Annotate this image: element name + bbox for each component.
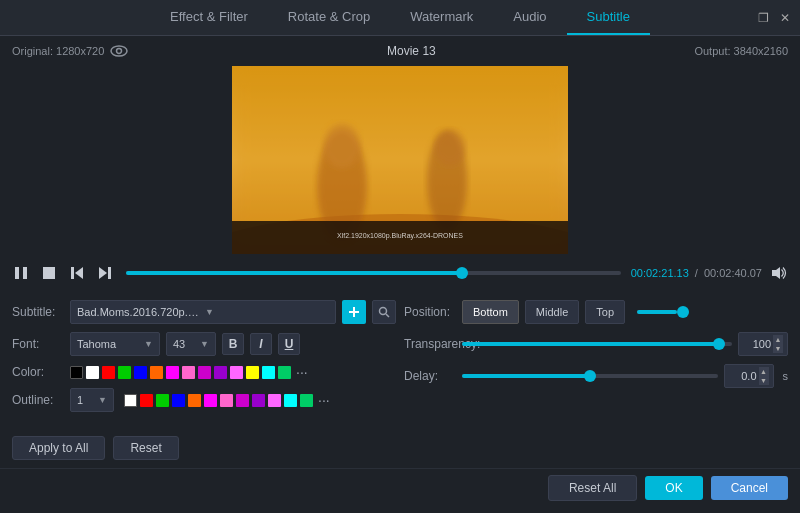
- reset-all-button[interactable]: Reset All: [548, 475, 637, 501]
- outline-swatch-blue[interactable]: [172, 394, 185, 407]
- transparency-label: Transparency:: [404, 337, 456, 351]
- delay-slider[interactable]: [462, 374, 718, 378]
- prev-button[interactable]: [66, 262, 88, 284]
- tab-effect-filter[interactable]: Effect & Filter: [150, 0, 268, 35]
- color-swatches: ···: [70, 364, 308, 380]
- close-button[interactable]: ✕: [778, 11, 792, 25]
- color-swatch-teal[interactable]: [278, 366, 291, 379]
- restore-button[interactable]: ❐: [756, 11, 770, 25]
- outline-swatch-lightpink[interactable]: [268, 394, 281, 407]
- add-subtitle-button[interactable]: [342, 300, 366, 324]
- italic-button[interactable]: I: [250, 333, 272, 355]
- svg-point-0: [111, 46, 127, 56]
- svg-marker-19: [772, 267, 780, 279]
- total-time: 00:02:40.07: [704, 267, 762, 279]
- color-swatch-white[interactable]: [86, 366, 99, 379]
- outline-dropdown[interactable]: 1 ▼: [70, 388, 114, 412]
- color-swatch-magenta[interactable]: [166, 366, 179, 379]
- color-swatch-pink[interactable]: [182, 366, 195, 379]
- tab-subtitle[interactable]: Subtitle: [567, 0, 650, 35]
- svg-point-22: [380, 308, 387, 315]
- color-swatch-orange[interactable]: [150, 366, 163, 379]
- video-row: Xlf2.1920x1080p.BluRay.x264-DRONES: [0, 66, 800, 254]
- video-player[interactable]: Xlf2.1920x1080p.BluRay.x264-DRONES: [232, 66, 568, 254]
- outline-swatch-darkpurple[interactable]: [252, 394, 265, 407]
- svg-marker-15: [75, 267, 83, 279]
- transparency-slider[interactable]: [462, 342, 732, 346]
- outline-swatch-green[interactable]: [156, 394, 169, 407]
- position-buttons: Bottom Middle Top: [462, 300, 677, 324]
- delay-label: Delay:: [404, 369, 456, 383]
- outline-swatch-red[interactable]: [140, 394, 153, 407]
- transparency-value-box: ▲ ▼: [738, 332, 788, 356]
- transparency-down-button[interactable]: ▼: [773, 344, 783, 353]
- color-swatch-yellow[interactable]: [246, 366, 259, 379]
- outline-swatch-white[interactable]: [124, 394, 137, 407]
- svg-rect-18: [108, 267, 111, 279]
- volume-button[interactable]: [768, 262, 790, 284]
- apply-to-all-button[interactable]: Apply to All: [12, 436, 105, 460]
- color-swatch-green[interactable]: [118, 366, 131, 379]
- outline-swatch-magenta[interactable]: [204, 394, 217, 407]
- outline-swatch-pink[interactable]: [220, 394, 233, 407]
- stop-button[interactable]: [38, 262, 60, 284]
- position-bottom-button[interactable]: Bottom: [462, 300, 519, 324]
- delay-down-button[interactable]: ▼: [759, 376, 769, 385]
- underline-button[interactable]: U: [278, 333, 300, 355]
- size-dropdown[interactable]: 43 ▼: [166, 332, 216, 356]
- position-row: Position: Bottom Middle Top: [404, 300, 788, 324]
- delay-up-button[interactable]: ▲: [759, 367, 769, 376]
- more-outline-colors-button[interactable]: ···: [318, 392, 330, 408]
- outline-swatch-cyan[interactable]: [284, 394, 297, 407]
- color-swatch-black[interactable]: [70, 366, 83, 379]
- cancel-button[interactable]: Cancel: [711, 476, 788, 500]
- timeline-track[interactable]: [126, 271, 621, 275]
- position-slider[interactable]: [637, 310, 677, 314]
- position-middle-button[interactable]: Middle: [525, 300, 579, 324]
- transparency-input[interactable]: [743, 338, 771, 350]
- info-bar: Original: 1280x720 Movie 13 Output: 3840…: [0, 36, 800, 66]
- color-label: Color:: [12, 365, 64, 379]
- svg-point-1: [117, 49, 122, 54]
- bottom-action-bar: Apply to All Reset: [0, 428, 800, 468]
- outline-swatch-orange[interactable]: [188, 394, 201, 407]
- position-top-button[interactable]: Top: [585, 300, 625, 324]
- dropdown-chevron: ▼: [205, 307, 329, 317]
- delay-input[interactable]: [729, 370, 757, 382]
- reset-button[interactable]: Reset: [113, 436, 178, 460]
- color-swatch-lightpink[interactable]: [230, 366, 243, 379]
- outline-swatch-teal[interactable]: [300, 394, 313, 407]
- svg-marker-17: [99, 267, 107, 279]
- controls-panel: Subtitle: Bad.Moms.2016.720p.BluRay.x264…: [0, 292, 800, 428]
- font-dropdown[interactable]: Tahoma ▼: [70, 332, 160, 356]
- color-swatch-darkpurple[interactable]: [214, 366, 227, 379]
- color-swatch-purple[interactable]: [198, 366, 211, 379]
- eye-icon[interactable]: [110, 45, 128, 57]
- tab-audio[interactable]: Audio: [493, 0, 566, 35]
- tab-watermark[interactable]: Watermark: [390, 0, 493, 35]
- right-panel: Position: Bottom Middle Top Transparency: [404, 300, 788, 420]
- more-colors-button[interactable]: ···: [296, 364, 308, 380]
- svg-line-23: [386, 314, 389, 317]
- color-swatch-red[interactable]: [102, 366, 115, 379]
- outline-label: Outline:: [12, 393, 64, 407]
- pause-button[interactable]: [10, 262, 32, 284]
- tab-rotate-crop[interactable]: Rotate & Crop: [268, 0, 390, 35]
- color-row: Color: ···: [12, 364, 396, 380]
- delay-value-box: ▲ ▼: [724, 364, 774, 388]
- outline-swatch-purple[interactable]: [236, 394, 249, 407]
- movie-title: Movie 13: [387, 44, 436, 58]
- ok-button[interactable]: OK: [645, 476, 702, 500]
- subtitle-dropdown[interactable]: Bad.Moms.2016.720p.BluRay.x264-DRONES. ▼: [70, 300, 336, 324]
- transparency-slider-row: ▲ ▼: [462, 332, 788, 356]
- color-swatch-blue[interactable]: [134, 366, 147, 379]
- search-subtitle-button[interactable]: [372, 300, 396, 324]
- bold-button[interactable]: B: [222, 333, 244, 355]
- color-swatch-cyan[interactable]: [262, 366, 275, 379]
- svg-rect-12: [15, 267, 19, 279]
- transparency-up-button[interactable]: ▲: [773, 335, 783, 344]
- footer-bar: Reset All OK Cancel: [0, 468, 800, 507]
- delay-row: Delay: ▲ ▼ s: [404, 364, 788, 388]
- current-time: 00:02:21.13: [631, 267, 689, 279]
- next-button[interactable]: [94, 262, 116, 284]
